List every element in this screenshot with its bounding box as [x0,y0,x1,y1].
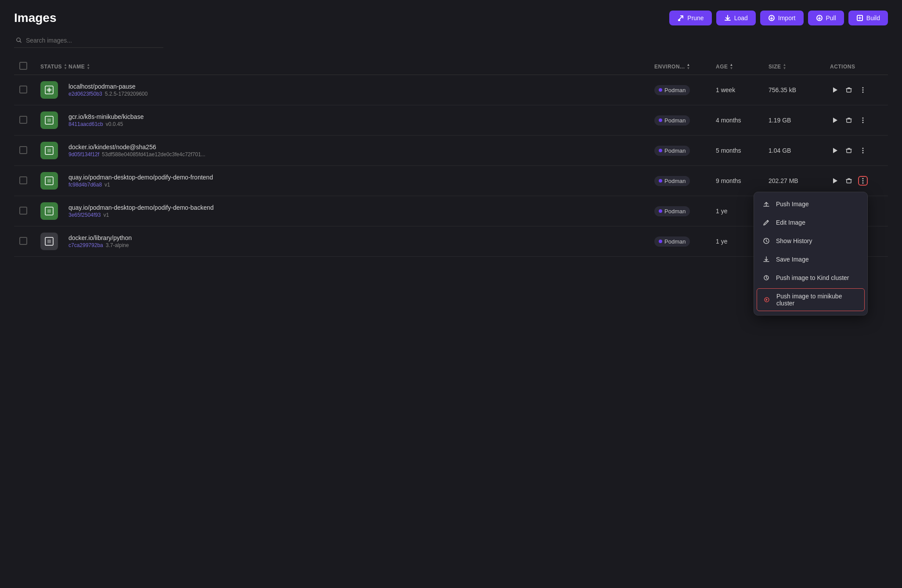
build-icon [856,14,863,22]
env-label: Podman [664,178,686,184]
import-button[interactable]: Import [760,11,804,25]
run-button[interactable] [830,146,840,155]
image-name: docker.io/library/python [69,234,654,241]
env-col: Podman [654,85,716,95]
context-menu: Push Image Edit Image Show History [754,192,868,316]
trash-icon [846,178,852,184]
svg-point-11 [862,92,864,93]
row-checkbox[interactable] [19,237,27,245]
row-checkbox[interactable] [19,207,27,215]
search-bar[interactable] [14,33,163,48]
prune-button[interactable]: Prune [669,11,711,25]
row-actions [830,115,883,125]
row-checkbox[interactable] [19,116,27,124]
more-button[interactable] [858,85,868,95]
play-icon [832,147,838,154]
row-checkbox[interactable] [19,86,27,93]
env-label: Podman [664,117,686,124]
import-icon [768,14,775,22]
load-button[interactable]: Load [716,11,756,25]
image-name-col: docker.io/library/python c7ca299792ba 3.… [69,234,654,248]
edit-image-label: Edit Image [776,219,805,226]
svg-point-18 [862,122,864,123]
push-minikube-item[interactable]: Push image to minikube cluster [757,288,865,311]
row-checkbox-col [19,146,40,155]
edit-icon [762,218,771,227]
env-col: Podman [654,237,716,247]
svg-point-24 [862,150,864,151]
push-kind-item[interactable]: Push image to Kind cluster [754,269,867,287]
size-col: 756.35 kB [769,86,830,93]
show-history-item[interactable]: Show History [754,232,867,250]
table-header: STATUS ▲▼ NAME ▲▼ ENVIRON... ▲▼ AGE ▲▼ S [14,58,888,75]
more-button[interactable] [858,146,868,155]
row-checkbox[interactable] [19,146,27,154]
image-name: localhost/podman-pause [69,83,654,90]
env-badge: Podman [654,146,690,156]
svg-marker-28 [833,178,837,183]
select-all-checkbox[interactable] [19,62,27,70]
env-dot [659,118,662,122]
delete-button[interactable] [844,85,854,95]
svg-marker-7 [833,87,837,93]
image-tag: 53df588e04085fd41ae12de0c3fe4c72f701... [102,151,206,158]
image-tag: v1 [103,212,109,218]
run-button[interactable] [830,176,840,186]
env-label: Podman [664,238,686,245]
table-row: gcr.io/k8s-minikube/kicbase 8411aacd61cb… [14,105,888,136]
env-badge: Podman [654,85,690,95]
run-button[interactable] [830,115,840,125]
delete-button[interactable] [844,115,854,125]
ellipsis-icon [860,117,866,123]
trash-icon [846,147,852,154]
env-dot [659,209,662,213]
more-button[interactable] [858,115,868,125]
save-image-item[interactable]: Save Image [754,250,867,269]
svg-point-16 [862,118,864,119]
row-checkbox-col [19,207,40,216]
push-icon [762,200,771,208]
run-button[interactable] [830,85,840,95]
history-icon [762,237,771,245]
pull-button[interactable]: Pull [808,11,844,25]
delete-button[interactable] [844,176,854,186]
header-actions: ACTIONS [830,64,883,70]
env-col: Podman [654,115,716,125]
search-input[interactable] [26,37,162,44]
age-col: 4 months [716,117,769,124]
container-icon [44,115,54,125]
image-meta: c7ca299792ba 3.7-alpine [69,242,654,248]
row-checkbox[interactable] [19,176,27,184]
env-badge: Podman [654,206,690,216]
svg-point-10 [862,90,864,91]
svg-marker-21 [833,148,837,153]
row-icon-col [40,142,69,159]
container-icon [44,176,54,186]
env-label: Podman [664,87,686,93]
image-hash: fc98d4b7d6a8 [69,182,102,188]
delete-button[interactable] [844,146,854,155]
image-tag: v1 [105,182,110,188]
svg-rect-29 [847,179,851,183]
image-hash: 9d05f134f12f [69,151,99,158]
edit-image-item[interactable]: Edit Image [754,213,867,232]
play-icon [832,178,838,184]
ellipsis-icon [860,147,866,154]
ellipsis-icon [860,87,866,93]
image-hash: 8411aacd61cb [69,121,103,127]
build-button[interactable]: Build [848,11,888,25]
play-icon [832,117,838,123]
container-icon [44,206,54,216]
svg-rect-15 [847,119,851,122]
image-name-col: gcr.io/k8s-minikube/kicbase 8411aacd61cb… [69,113,654,127]
push-image-item[interactable]: Push Image [754,195,867,213]
more-button[interactable] [858,176,868,186]
image-meta: 8411aacd61cb v0.0.45 [69,121,654,127]
image-hash: c7ca299792ba [69,242,103,248]
image-meta: 3e65f2504f93 v1 [69,212,654,218]
row-icon-col [40,172,69,190]
trash-icon [846,87,852,93]
svg-point-32 [862,183,864,184]
svg-marker-14 [833,118,837,123]
image-tag: 5.2.5-1729209600 [105,91,148,97]
